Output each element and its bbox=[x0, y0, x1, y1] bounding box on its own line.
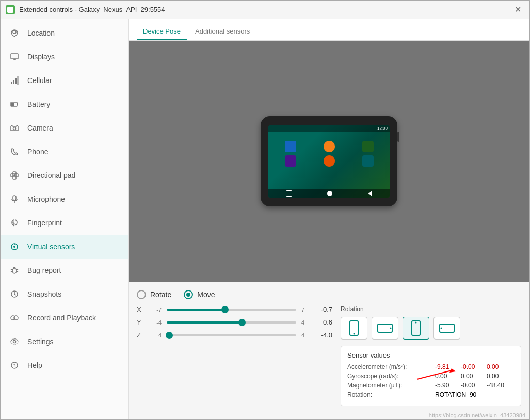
z-min: -4 bbox=[149, 332, 162, 338]
svg-point-31 bbox=[13, 341, 16, 343]
z-slider-thumb[interactable] bbox=[166, 332, 173, 339]
sidebar-item-phone[interactable]: Phone bbox=[1, 140, 128, 164]
x-slider-track[interactable] bbox=[167, 309, 296, 311]
sidebar: LocationDisplaysCellularBatteryCameraPho… bbox=[1, 19, 129, 419]
x-slider-fill bbox=[167, 309, 225, 311]
sidebar-item-help[interactable]: ?Help bbox=[1, 353, 128, 377]
content-body: 12:00 bbox=[129, 41, 529, 419]
snapshots-icon bbox=[9, 288, 20, 300]
svg-rect-10 bbox=[17, 103, 18, 105]
move-radio[interactable] bbox=[184, 290, 193, 299]
svg-text:?: ? bbox=[13, 363, 15, 368]
rotate-option[interactable]: Rotate bbox=[137, 290, 171, 299]
mag-v3: -48.40 bbox=[487, 382, 508, 389]
move-label: Move bbox=[197, 290, 215, 299]
move-option[interactable]: Move bbox=[184, 290, 215, 299]
magnetometer-values: -5.90 -0.00 -48.40 bbox=[435, 382, 508, 389]
sidebar-item-virtual-sensors[interactable]: Virtual sensors bbox=[1, 235, 128, 259]
mag-v1: -5.90 bbox=[435, 382, 457, 389]
rotate-label: Rotate bbox=[150, 290, 171, 299]
sidebar-item-location[interactable]: Location bbox=[1, 21, 128, 45]
displays-icon bbox=[9, 51, 20, 62]
portrait-reverse-icon bbox=[410, 320, 422, 336]
sidebar-item-snapshots[interactable]: Snapshots bbox=[1, 282, 128, 306]
svg-line-26 bbox=[17, 269, 18, 270]
gyro-v1: 0.00 bbox=[435, 373, 457, 380]
rotation-sensor-section: Rotation bbox=[341, 305, 521, 406]
magnetometer-label: Magnetometer (μT): bbox=[347, 382, 435, 389]
rotate-move-row: Rotate Move bbox=[137, 290, 521, 299]
record-playback-label: Record and Playback bbox=[27, 314, 96, 322]
y-slider-row: Y -4 4 0.6 bbox=[137, 318, 332, 326]
sidebar-item-settings[interactable]: Settings bbox=[1, 330, 128, 353]
content-area: Device PoseAdditional sensors 12:00 bbox=[129, 19, 529, 419]
settings-label: Settings bbox=[27, 337, 54, 346]
sidebar-item-record-playback[interactable]: Record and Playback bbox=[1, 306, 128, 330]
fingerprint-icon bbox=[9, 217, 20, 229]
bug-report-icon bbox=[9, 265, 20, 276]
rotation-btn-landscape-reverse[interactable] bbox=[433, 317, 460, 340]
tab-additional-sensors[interactable]: Additional sensors bbox=[189, 23, 256, 40]
svg-rect-15 bbox=[13, 196, 16, 200]
help-label: Help bbox=[27, 361, 42, 369]
directional-pad-label: Directional pad bbox=[27, 171, 75, 180]
z-axis-label: Z bbox=[137, 331, 144, 339]
help-icon: ? bbox=[9, 360, 20, 371]
portrait-icon bbox=[348, 320, 360, 336]
rotate-radio[interactable] bbox=[137, 290, 146, 299]
rotation-btn-landscape[interactable] bbox=[372, 317, 398, 340]
y-value: 0.6 bbox=[314, 318, 332, 326]
sidebar-item-fingerprint[interactable]: Fingerprint bbox=[1, 211, 128, 235]
svg-rect-5 bbox=[13, 80, 14, 84]
tabs-bar: Device PoseAdditional sensors bbox=[129, 19, 529, 41]
z-max: 4 bbox=[301, 332, 309, 338]
sensor-row-rotation: Rotation: ROTATION_90 bbox=[347, 391, 515, 398]
sidebar-item-microphone[interactable]: Microphone bbox=[1, 187, 128, 211]
virtual-sensors-label: Virtual sensors bbox=[27, 243, 75, 251]
phone-frame: 12:00 bbox=[261, 116, 397, 206]
phone-side-button bbox=[397, 132, 399, 142]
svg-point-37 bbox=[390, 328, 392, 329]
accelerometer-values: -9.81 -0.00 0.00 bbox=[435, 363, 508, 370]
gyroscope-values: 0.00 0.00 0.00 bbox=[435, 373, 508, 380]
svg-line-25 bbox=[11, 271, 12, 272]
tab-device-pose[interactable]: Device Pose bbox=[137, 23, 187, 40]
sidebar-item-cellular[interactable]: Cellular bbox=[1, 69, 128, 92]
x-slider-row: X -7 7 -0.7 bbox=[137, 305, 332, 313]
svg-rect-6 bbox=[15, 78, 17, 84]
camera-label: Camera bbox=[27, 124, 53, 132]
settings-icon bbox=[9, 336, 20, 347]
y-axis-label: Y bbox=[137, 318, 144, 326]
sidebar-item-bug-report[interactable]: Bug report bbox=[1, 259, 128, 282]
close-button[interactable]: ✕ bbox=[511, 4, 524, 15]
cellular-label: Cellular bbox=[27, 76, 52, 85]
sensor-values-title: Sensor values bbox=[347, 351, 515, 359]
svg-rect-7 bbox=[17, 77, 19, 84]
sidebar-item-directional-pad[interactable]: Directional pad bbox=[1, 164, 128, 187]
z-value: -4.0 bbox=[314, 331, 332, 339]
rotation-btn-portrait-reverse[interactable] bbox=[403, 317, 429, 340]
y-slider-thumb[interactable] bbox=[238, 319, 246, 326]
rotation-btn-portrait[interactable] bbox=[341, 317, 367, 340]
app-icon bbox=[6, 5, 15, 14]
rotation-value: ROTATION_90 bbox=[435, 391, 476, 398]
battery-label: Battery bbox=[27, 100, 50, 108]
sidebar-item-camera[interactable]: Camera bbox=[1, 116, 128, 140]
rotation-value-label: Rotation: bbox=[347, 391, 435, 398]
location-label: Location bbox=[27, 29, 55, 37]
titlebar: Extended controls - Galaxy_Nexus_API_29:… bbox=[1, 1, 529, 19]
y-slider-track[interactable] bbox=[167, 321, 296, 324]
directional-pad-icon bbox=[9, 170, 20, 181]
y-max: 4 bbox=[301, 319, 309, 326]
sidebar-item-battery[interactable]: Battery bbox=[1, 92, 128, 116]
sidebar-item-displays[interactable]: Displays bbox=[1, 45, 128, 69]
acc-v3: 0.00 bbox=[487, 363, 508, 370]
svg-point-11 bbox=[13, 127, 16, 130]
phone-screen: 12:00 bbox=[268, 125, 390, 198]
acc-v2: -0.00 bbox=[461, 363, 483, 370]
displays-label: Displays bbox=[27, 53, 55, 61]
x-slider-thumb[interactable] bbox=[221, 306, 229, 313]
microphone-label: Microphone bbox=[27, 195, 65, 203]
z-slider-track[interactable] bbox=[167, 334, 296, 336]
location-icon bbox=[9, 27, 20, 39]
